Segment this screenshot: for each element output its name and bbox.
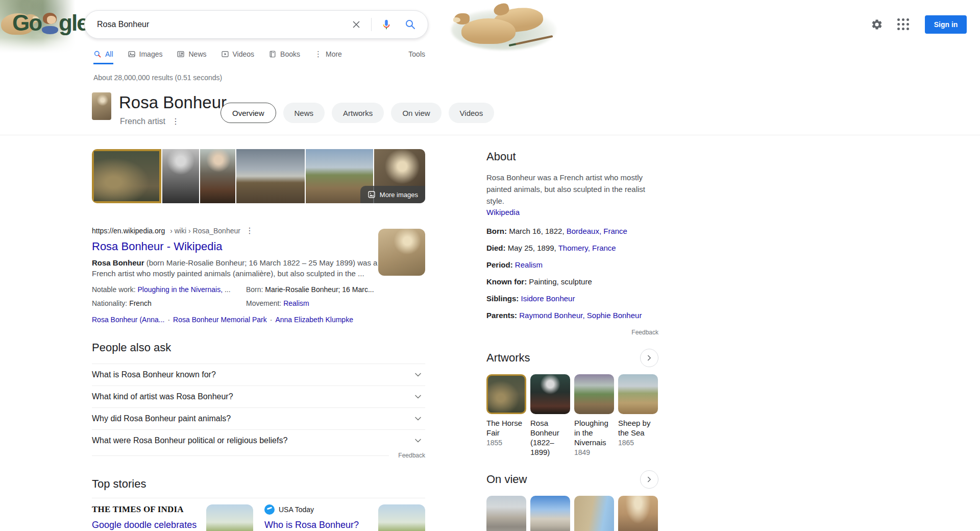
museum-card-4[interactable]: Musée	[618, 496, 658, 531]
paa-question-3[interactable]: Why did Rosa Bonheur paint animals?	[92, 407, 425, 429]
story-headline[interactable]: Who is Rosa Bonheur? Google doodle pays …	[264, 519, 371, 531]
entity-menu-icon[interactable]: ⋮	[172, 116, 180, 126]
museum-card-1[interactable]: The	[486, 496, 526, 531]
tab-videos[interactable]: Videos	[221, 50, 255, 63]
period-link[interactable]: Realism	[515, 260, 543, 269]
story-times-of-india[interactable]: THE TIMES OF INDIA Google doodle celebra…	[92, 504, 253, 531]
notable-work-link[interactable]: Ploughing in the Nivernais,	[137, 285, 223, 294]
result-fields: Notable work: Ploughing in the Nivernais…	[92, 284, 425, 309]
bw-portrait-photo-thumbnail[interactable]	[162, 149, 200, 203]
fact-parents: Parents: Raymond Bonheur, Sophie Bonheur	[486, 310, 658, 321]
horse-fair-thumbnail[interactable]	[92, 149, 161, 203]
field-movement: Movement: Realism	[246, 298, 425, 309]
clear-search-button[interactable]	[349, 17, 364, 32]
field-nationality: Nationality: French	[92, 298, 246, 309]
tab-news[interactable]: News	[177, 50, 206, 63]
sitelink-2[interactable]: Rosa Bonheur Memorial Park	[173, 316, 267, 324]
on-view-carousel: The National National Musée	[486, 496, 658, 531]
close-icon	[351, 19, 362, 30]
search-box[interactable]	[84, 10, 428, 39]
videos-icon	[221, 50, 229, 58]
more-vertical-dots-icon: ⋮	[314, 51, 322, 58]
museum-image[interactable]	[618, 496, 658, 531]
ploughing-scene-thumbnail[interactable]	[236, 149, 305, 203]
artwork-image[interactable]	[618, 374, 658, 414]
searchbox-divider	[371, 18, 372, 31]
museum-card-2[interactable]: National	[530, 496, 570, 531]
google-doodle-logo[interactable]: Gogle	[12, 10, 88, 36]
result-url[interactable]: https://en.wikipedia.org › wiki › Rosa_B…	[92, 226, 425, 235]
story-thumbnail[interactable]	[206, 504, 253, 531]
siblings-link[interactable]: Isidore Bonheur	[521, 294, 575, 303]
logo-text-part1: Go	[12, 10, 41, 36]
paa-bottom-divider	[92, 455, 389, 456]
chip-videos[interactable]: Videos	[449, 103, 495, 123]
paa-feedback-link[interactable]: Feedback	[398, 452, 425, 459]
sitelink-3[interactable]: Anna Elizabeth Klumpke	[275, 316, 353, 324]
museum-card-3[interactable]: National	[574, 496, 614, 531]
search-submit-button[interactable]	[402, 16, 419, 33]
fact-died: Died: May 25, 1899, Thomery, France	[486, 243, 658, 253]
museum-image[interactable]	[530, 496, 570, 531]
voice-search-button[interactable]	[379, 17, 394, 32]
artwork-card-sheep-by-sea[interactable]: Sheep by the Sea 1865	[618, 374, 658, 458]
about-feedback-link[interactable]: Feedback	[631, 329, 658, 336]
on-view-next-button[interactable]	[640, 470, 658, 489]
story-source-name: USA Today	[279, 505, 314, 514]
chip-on-view[interactable]: On view	[391, 103, 441, 123]
artwork-image[interactable]	[486, 374, 526, 414]
parents-link[interactable]: Raymond Bonheur, Sophie Bonheur	[519, 311, 642, 320]
photo-icon	[368, 190, 376, 199]
chevron-down-icon	[413, 436, 423, 446]
story-thumbnail[interactable]	[378, 504, 425, 531]
chip-artworks[interactable]: Artworks	[332, 103, 384, 123]
artwork-card-ploughing[interactable]: Ploughing in the Nivernais 1849	[574, 374, 614, 458]
fact-known-for: Known for: Painting, sculpture	[486, 277, 658, 287]
paa-title: People also ask	[92, 341, 425, 354]
google-apps-button[interactable]	[895, 16, 912, 33]
people-also-ask-section: People also ask What is Rosa Bonheur kno…	[92, 341, 425, 459]
artworks-next-button[interactable]	[640, 349, 658, 367]
search-input[interactable]	[97, 20, 349, 29]
artwork-card-rosa-bonheur[interactable]: Rosa Bonheur (1822–1899)	[530, 374, 570, 458]
fact-siblings: Siblings: Isidore Bonheur	[486, 294, 658, 304]
born-place-link[interactable]: Bordeaux, France	[567, 227, 627, 235]
paa-question-1[interactable]: What is Rosa Bonheur known for?	[92, 364, 425, 385]
result-title-link[interactable]: Rosa Bonheur - Wikipedia	[92, 240, 223, 253]
chip-news[interactable]: News	[283, 103, 325, 123]
portrait-with-bull-thumbnail[interactable]	[200, 149, 235, 203]
paa-question-2[interactable]: What kind of artist was Rosa Bonheur?	[92, 385, 425, 407]
tab-images[interactable]: Images	[128, 50, 163, 63]
artwork-image[interactable]	[530, 374, 570, 414]
artwork-image[interactable]	[574, 374, 614, 414]
top-stories-section: Top stories THE TIMES OF INDIA Google do…	[92, 477, 425, 531]
museum-image[interactable]	[486, 496, 526, 531]
tab-books[interactable]: Books	[268, 50, 300, 63]
chip-overview[interactable]: Overview	[220, 103, 276, 123]
story-headline[interactable]: Google doodle celebrates 200th birth ann…	[92, 519, 199, 531]
artworks-title: Artworks	[486, 351, 530, 365]
museum-image[interactable]	[574, 496, 614, 531]
sitelink-1[interactable]: Rosa Bonheur (Anna...	[92, 316, 164, 324]
paa-question-4[interactable]: What were Rosa Bonheur political or reli…	[92, 429, 425, 451]
movement-link[interactable]: Realism	[283, 299, 309, 307]
about-summary: Rosa Bonheur was a French artist who mos…	[486, 172, 658, 207]
tools-button[interactable]: Tools	[408, 50, 425, 63]
story-usa-today[interactable]: USA Today Who is Rosa Bonheur? Google do…	[264, 504, 425, 531]
sign-in-button[interactable]: Sign in	[925, 15, 967, 34]
artwork-card-horse-fair[interactable]: The Horse Fair 1855	[486, 374, 526, 458]
entity-title: Rosa Bonheur	[119, 93, 227, 112]
result-menu-icon[interactable]: ⋮	[246, 226, 254, 235]
result-thumbnail[interactable]	[378, 229, 425, 276]
more-images-button[interactable]: More images	[360, 186, 425, 203]
search-icon	[404, 18, 416, 31]
apps-grid-icon	[897, 18, 910, 31]
about-wikipedia-link[interactable]: Wikipedia	[486, 208, 520, 216]
field-notable-work: Notable work: Ploughing in the Nivernais…	[92, 284, 246, 295]
died-place-link[interactable]: Thomery, France	[558, 244, 616, 252]
tab-more[interactable]: ⋮ More	[314, 50, 342, 63]
logo-text-part2: gle	[59, 10, 88, 36]
settings-button[interactable]	[869, 16, 885, 33]
entity-avatar[interactable]	[92, 92, 111, 120]
tab-all[interactable]: All	[93, 50, 113, 64]
